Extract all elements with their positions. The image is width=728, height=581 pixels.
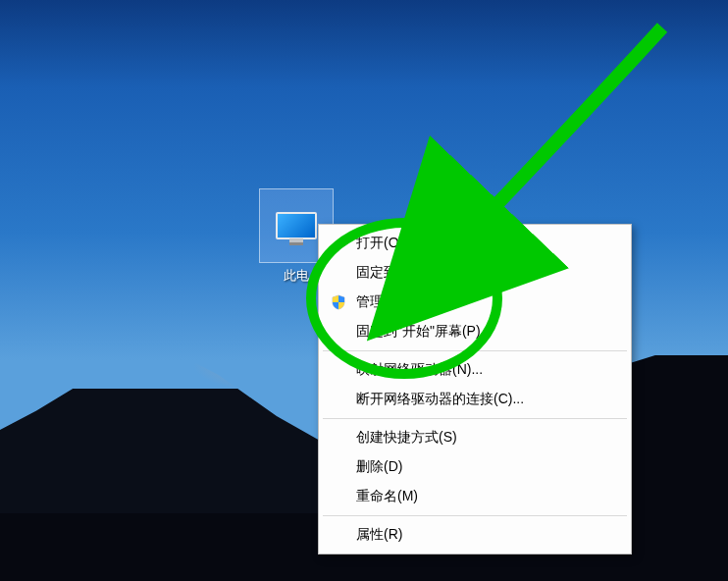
menu-pin-quick-label: 固定到"快速访问" — [356, 264, 462, 282]
menu-delete-label: 删除(D) — [356, 458, 402, 476]
menu-separator — [323, 515, 627, 516]
menu-separator — [323, 418, 627, 419]
menu-properties[interactable]: 属性(R) — [321, 520, 629, 550]
uac-shield-icon — [331, 294, 346, 310]
menu-separator — [323, 350, 627, 351]
menu-pin-start[interactable]: 固定到"开始"屏幕(P) — [321, 317, 629, 346]
menu-disconnect-drive-label: 断开网络驱动器的连接(C)... — [356, 391, 524, 408]
menu-manage[interactable]: 管理(G) — [321, 288, 629, 317]
menu-rename-label: 重命名(M) — [356, 488, 418, 505]
menu-properties-label: 属性(R) — [356, 526, 402, 544]
menu-create-shortcut-label: 创建快捷方式(S) — [356, 429, 457, 447]
menu-map-drive-label: 映射网络驱动器(N)... — [356, 361, 483, 379]
menu-open-label: 打开(O) — [356, 235, 403, 252]
menu-manage-label: 管理(G) — [356, 293, 403, 311]
context-menu: 打开(O) 固定到"快速访问" 管理(G) 固定到"开始"屏幕(P) 映射网络驱… — [318, 224, 632, 555]
monitor-icon — [276, 212, 317, 239]
menu-create-shortcut[interactable]: 创建快捷方式(S) — [321, 423, 629, 452]
menu-map-network-drive[interactable]: 映射网络驱动器(N)... — [321, 355, 629, 385]
menu-disconnect-network-drive[interactable]: 断开网络驱动器的连接(C)... — [321, 385, 629, 414]
menu-pin-start-label: 固定到"开始"屏幕(P) — [356, 323, 481, 341]
menu-delete[interactable]: 删除(D) — [321, 452, 629, 482]
menu-rename[interactable]: 重命名(M) — [321, 482, 629, 511]
menu-open[interactable]: 打开(O) — [321, 229, 629, 258]
menu-pin-quick-access[interactable]: 固定到"快速访问" — [321, 258, 629, 288]
